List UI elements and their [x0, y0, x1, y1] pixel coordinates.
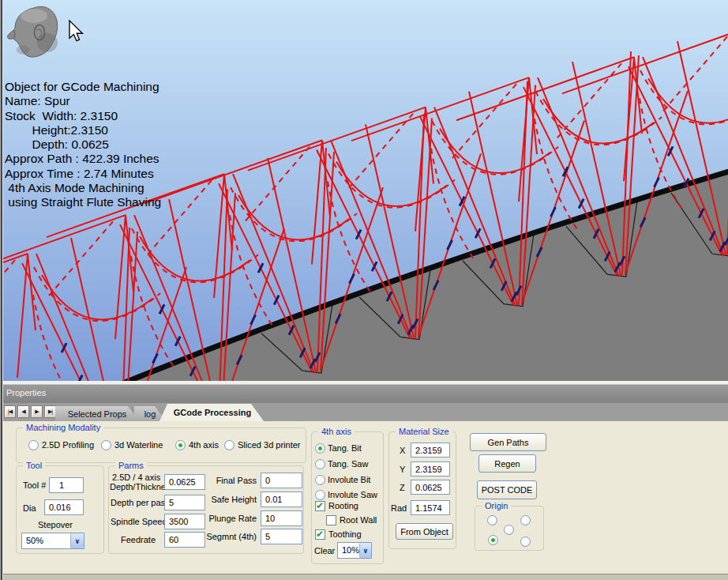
window-left-edge [0, 0, 3, 580]
stepover-combobox[interactable]: 50% ∨ [21, 533, 84, 549]
radio-origin-center[interactable] [504, 525, 514, 535]
radio-origin-top-left[interactable] [487, 515, 497, 525]
tab-nav-first-button[interactable]: |◀ [4, 405, 16, 418]
stepover-label: Stepover [38, 520, 73, 529]
chevron-down-icon[interactable]: ∨ [70, 533, 84, 548]
segment-4th-label: Segmnt (4th) [199, 532, 257, 541]
radio-tang-bit[interactable] [315, 443, 325, 454]
radio-3d-waterline-label: 3d Waterline [114, 440, 163, 450]
material-y-field[interactable]: 2.3159 [411, 461, 450, 476]
radio-25d-profiling[interactable] [28, 440, 39, 450]
material-y-label: Y [400, 465, 405, 474]
stepover-value: 50% [22, 533, 70, 548]
safe-height-label: Safe Height [201, 495, 257, 504]
final-pass-field[interactable]: 0 [261, 473, 302, 488]
tab-nav-previous-button[interactable]: ◀ [17, 405, 29, 418]
radio-origin-bottom-left[interactable] [488, 535, 498, 545]
radio-involute-bit-label: Involute Bit [328, 475, 370, 484]
plunge-rate-field[interactable]: 10 [261, 510, 302, 526]
depth-thickness-field[interactable]: 0.0625 [164, 474, 205, 490]
gen-paths-button[interactable]: Gen Paths [470, 433, 546, 451]
radio-origin-bottom-right[interactable] [520, 537, 531, 547]
tool-number-label: Tool # [23, 480, 46, 490]
radio-sliced-3d-printer-label: Sliced 3d printer [238, 440, 301, 450]
dia-field[interactable]: 0.016 [44, 499, 84, 515]
material-x-field[interactable]: 2.3159 [411, 443, 450, 458]
group-tool-legend: Tool [23, 460, 45, 471]
tab-strip: |◀ ◀ ▶ ▶| Selected Props log GCode Proce… [0, 403, 728, 421]
group-parms-legend: Parms [115, 460, 147, 471]
radio-3d-waterline[interactable] [101, 440, 111, 450]
cad-cam-window: Object for GCode Machining Name: Spur St… [0, 0, 728, 580]
dia-label: Dia [23, 503, 36, 513]
machining-info-overlay: Object for GCode Machining Name: Spur St… [5, 80, 161, 210]
clear-value: 10% [338, 543, 359, 558]
group-4th-axis-legend: 4th axis [318, 426, 355, 437]
radio-tang-saw[interactable] [315, 459, 325, 469]
radio-tang-saw-label: Tang. Saw [328, 459, 368, 469]
radio-involute-bit[interactable] [315, 475, 325, 485]
clear-label: Clear [314, 546, 335, 556]
clear-combobox[interactable]: 10% ∨ [337, 542, 372, 559]
safe-height-field[interactable]: 0.01 [261, 491, 302, 507]
checkbox-root-wall-label: Root Wall [340, 515, 377, 525]
spindle-speed-field[interactable]: 3500 [164, 514, 205, 529]
checkbox-toothing-label: Toothing [328, 529, 362, 539]
radio-25d-profiling-label: 2.5D Profiling [42, 440, 94, 450]
depth-per-pass-field[interactable]: 5 [164, 495, 205, 510]
material-rad-label: Rad [391, 503, 407, 513]
radio-4th-axis-label: 4th axis [189, 440, 219, 450]
checkbox-rooting-label: Rooting [328, 501, 358, 510]
post-code-button[interactable]: POST CODE [477, 480, 537, 499]
chevron-down-icon[interactable]: ∨ [359, 543, 371, 558]
tab-nav-last-button[interactable]: ▶| [44, 405, 56, 418]
radio-4th-axis[interactable] [175, 440, 186, 450]
radio-sliced-3d-printer[interactable] [224, 440, 235, 450]
group-origin-legend: Origin [482, 500, 511, 511]
material-x-label: X [400, 446, 405, 455]
window-bottom-edge [0, 574, 728, 580]
material-rad-field[interactable]: 1.1574 [411, 500, 450, 515]
material-z-field[interactable]: 0.0625 [411, 480, 450, 495]
tab-gcode-processing[interactable]: GCode Processing [159, 404, 276, 421]
properties-title: Properties [6, 388, 46, 397]
checkbox-toothing[interactable] [315, 529, 325, 540]
group-material-size-legend: Material Size [396, 426, 452, 437]
checkbox-rooting[interactable] [315, 501, 325, 511]
group-machining-modality-legend: Machining Modality [23, 422, 103, 433]
regen-button[interactable]: Regen [478, 454, 536, 473]
tab-nav-next-button[interactable]: ▶ [31, 405, 43, 418]
checkbox-root-wall[interactable] [326, 515, 336, 525]
depth-per-pass-label: Depth per pass: [111, 498, 172, 507]
material-z-label: Z [400, 483, 405, 492]
radio-tang-bit-label: Tang. Bit [328, 443, 362, 453]
segment-4th-field[interactable]: 5 [261, 529, 302, 544]
depth-thickness-label-1: 2.5D / 4 axis [112, 473, 160, 482]
radio-involute-saw-label: Involute Saw [328, 490, 377, 499]
tool-number-field[interactable]: 1 [49, 477, 84, 493]
radio-origin-top-right[interactable] [520, 515, 531, 525]
spindle-speed-label: Spindle Speed: [111, 517, 170, 526]
plunge-rate-label: Plunge Rate [201, 514, 257, 523]
from-object-button[interactable]: From Object [396, 523, 453, 540]
properties-titlebar: Properties [0, 384, 728, 403]
feedrate-label: Feedrate [121, 535, 156, 544]
final-pass-label: Final Pass [201, 476, 257, 485]
radio-involute-saw[interactable] [315, 490, 325, 500]
